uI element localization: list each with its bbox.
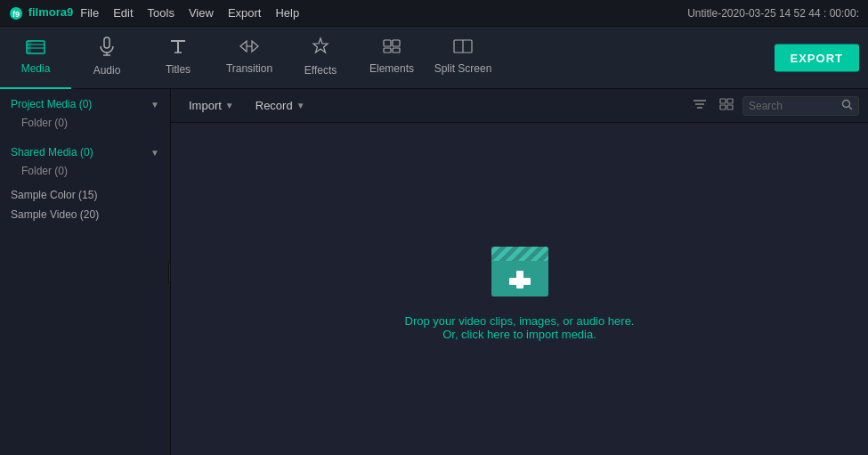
app-name-label: filmora9 — [28, 5, 74, 19]
svg-rect-3 — [27, 41, 31, 53]
content-area: Import ▼ Record ▼ — [171, 89, 868, 455]
svg-rect-6 — [104, 37, 110, 48]
window-title: Untitle-2020-03-25 14 52 44 : 00:00: — [687, 7, 859, 20]
menu-tools[interactable]: Tools — [148, 6, 174, 20]
menu-help[interactable]: Help — [275, 6, 299, 20]
svg-marker-13 — [313, 38, 328, 53]
svg-point-27 — [843, 100, 850, 107]
app-logo: f9 filmora9 — [9, 5, 73, 20]
search-icon — [841, 99, 853, 113]
toolbar-titles[interactable]: Titles — [142, 27, 214, 89]
svg-rect-31 — [491, 247, 548, 261]
drop-text-secondary: Or, click here to import media. — [442, 328, 596, 341]
svg-rect-17 — [393, 48, 400, 53]
record-label: Record — [256, 99, 293, 112]
toolbar-audio-label: Audio — [93, 64, 121, 77]
search-input[interactable] — [749, 100, 838, 112]
svg-rect-25 — [720, 105, 726, 110]
media-icon — [26, 38, 45, 59]
main-area: Project Media (0) ▼ Folder (0) Shared Me… — [0, 89, 868, 455]
toolbar-titles-label: Titles — [166, 63, 191, 76]
shared-media-section: Shared Media (0) ▼ Folder (0) — [0, 137, 170, 185]
shared-media-header[interactable]: Shared Media (0) ▼ — [9, 142, 161, 162]
svg-rect-14 — [384, 40, 391, 46]
sample-color-link[interactable]: Sample Color (15) — [0, 185, 170, 205]
elements-icon — [382, 38, 402, 59]
svg-rect-26 — [727, 105, 733, 110]
toolbar-elements-label: Elements — [369, 62, 414, 75]
toolbar-split-screen[interactable]: Split Screen — [427, 27, 499, 89]
project-media-label: Project Media (0) — [11, 98, 92, 110]
sample-video-link[interactable]: Sample Video (20) — [0, 205, 170, 224]
svg-rect-34 — [509, 278, 531, 285]
title-bar: f9 filmora9 File Edit Tools View Export … — [0, 0, 868, 27]
audio-icon — [99, 37, 115, 61]
toolbar-elements[interactable]: Elements — [356, 27, 427, 89]
drop-text-primary: Drop your video clips, images, or audio … — [405, 314, 635, 328]
svg-rect-24 — [727, 99, 733, 103]
toolbar-effects[interactable]: Effects — [285, 27, 356, 89]
import-label: Import — [189, 99, 222, 112]
toolbar-effects-label: Effects — [304, 64, 337, 77]
menu-export[interactable]: Export — [228, 6, 262, 20]
grid-view-icon[interactable] — [716, 96, 737, 115]
content-toolbar-right — [689, 96, 859, 116]
record-arrow-icon: ▼ — [296, 101, 305, 110]
menu-view[interactable]: View — [189, 6, 214, 20]
import-arrow-icon: ▼ — [225, 101, 234, 110]
shared-media-label: Shared Media (0) — [11, 146, 93, 158]
toolbar-transition[interactable]: Transition — [214, 27, 285, 89]
toolbar-media[interactable]: Media — [0, 27, 71, 89]
content-toolbar: Import ▼ Record ▼ — [171, 89, 868, 123]
transition-icon — [239, 38, 259, 59]
sidebar-collapse-button[interactable]: ‹ — [168, 262, 171, 283]
project-media-section: Project Media (0) ▼ Folder (0) — [0, 89, 170, 137]
split-screen-icon — [453, 38, 473, 59]
shared-media-folder[interactable]: Folder (0) — [9, 162, 161, 180]
project-media-folder[interactable]: Folder (0) — [9, 114, 161, 132]
clapperboard-icon — [484, 238, 556, 300]
effects-icon — [311, 37, 330, 61]
drop-zone[interactable]: Drop your video clips, images, or audio … — [171, 123, 868, 455]
svg-rect-15 — [393, 40, 400, 46]
toolbar-media-label: Media — [21, 62, 51, 75]
toolbar-audio[interactable]: Audio — [71, 27, 142, 89]
svg-text:f9: f9 — [12, 10, 20, 19]
toolbar-transition-label: Transition — [226, 62, 272, 75]
menu-bar: File Edit Tools View Export Help — [80, 6, 299, 20]
filter-icon[interactable] — [689, 96, 710, 115]
svg-line-28 — [849, 106, 853, 110]
menu-file[interactable]: File — [80, 6, 99, 20]
titles-icon — [169, 37, 187, 60]
menu-edit[interactable]: Edit — [113, 6, 133, 20]
svg-rect-23 — [720, 99, 726, 103]
import-button[interactable]: Import ▼ — [180, 95, 243, 116]
export-button[interactable]: EXPORT — [775, 44, 859, 71]
record-button[interactable]: Record ▼ — [247, 95, 314, 116]
svg-rect-16 — [384, 48, 391, 53]
search-box — [742, 96, 859, 116]
project-media-chevron: ▼ — [150, 100, 159, 110]
project-media-header[interactable]: Project Media (0) ▼ — [9, 94, 161, 114]
title-bar-left: f9 filmora9 File Edit Tools View Export … — [9, 5, 299, 20]
main-toolbar: Media Audio Titles — [0, 27, 868, 89]
sidebar: Project Media (0) ▼ Folder (0) Shared Me… — [0, 89, 171, 455]
toolbar-split-screen-label: Split Screen — [434, 62, 492, 75]
shared-media-chevron: ▼ — [150, 148, 159, 158]
